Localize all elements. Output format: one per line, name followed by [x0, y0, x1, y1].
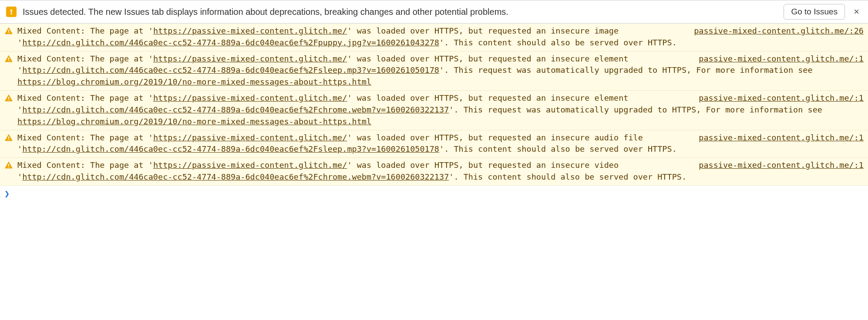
warning-inline-link[interactable]: http://cdn.glitch.com/446ca0ec-cc52-4774…	[22, 144, 439, 153]
warning-message: passive-mixed-content.glitch.me/:1Mixed …	[17, 132, 864, 156]
warning-text: '. This request was automatically upgrad…	[449, 105, 822, 114]
warning-inline-link[interactable]: http://cdn.glitch.com/446ca0ec-cc52-4774…	[22, 65, 439, 75]
warning-text: '. This content should also be served ov…	[439, 38, 677, 47]
console-warning-row: passive-mixed-content.glitch.me/:1Mixed …	[0, 51, 868, 91]
issues-warning-icon	[6, 7, 17, 17]
svg-rect-0	[10, 10, 12, 13]
warning-inline-link[interactable]: http://cdn.glitch.com/446ca0ec-cc52-4774…	[22, 105, 449, 114]
warning-triangle-icon	[4, 54, 13, 63]
warning-inline-link[interactable]: https://passive-mixed-content.glitch.me/	[153, 93, 347, 102]
console-warning-row: passive-mixed-content.glitch.me/:1Mixed …	[0, 158, 868, 186]
console-warnings-list: passive-mixed-content.glitch.me/:26Mixed…	[0, 24, 868, 186]
warning-inline-link[interactable]: https://passive-mixed-content.glitch.me/	[153, 54, 347, 63]
warning-body: passive-mixed-content.glitch.me/:1Mixed …	[17, 92, 864, 127]
warning-inline-link[interactable]: https://passive-mixed-content.glitch.me/	[153, 160, 347, 170]
console-panel: Issues detected. The new Issues tab disp…	[0, 0, 868, 201]
warning-body: passive-mixed-content.glitch.me/:26Mixed…	[17, 25, 864, 49]
svg-rect-4	[8, 58, 9, 60]
warning-inline-link[interactable]: https://blog.chromium.org/2019/10/no-mor…	[17, 117, 371, 126]
warning-inline-link[interactable]: https://blog.chromium.org/2019/10/no-mor…	[17, 77, 371, 86]
warning-body: passive-mixed-content.glitch.me/:1Mixed …	[17, 53, 864, 88]
warning-message: passive-mixed-content.glitch.me/:1Mixed …	[17, 92, 864, 127]
warning-source-link[interactable]: passive-mixed-content.glitch.me/:1	[699, 160, 864, 171]
warning-source-link[interactable]: passive-mixed-content.glitch.me/:1	[699, 53, 864, 65]
issues-banner-text: Issues detected. The new Issues tab disp…	[23, 7, 777, 17]
warning-source-link[interactable]: passive-mixed-content.glitch.me/:26	[694, 25, 864, 37]
warning-body: passive-mixed-content.glitch.me/:1Mixed …	[17, 160, 864, 183]
warning-triangle-icon	[4, 161, 13, 170]
console-warning-row: passive-mixed-content.glitch.me/:1Mixed …	[0, 130, 868, 158]
issues-banner: Issues detected. The new Issues tab disp…	[0, 0, 868, 24]
warning-triangle-icon	[4, 133, 13, 142]
warning-text: '. This content should also be served ov…	[449, 172, 686, 181]
svg-rect-3	[8, 32, 9, 33]
warning-text: Mixed Content: The page at '	[17, 26, 153, 35]
console-prompt[interactable]: ❯	[0, 186, 868, 201]
svg-rect-6	[8, 97, 9, 99]
close-icon[interactable]: ×	[851, 6, 862, 17]
svg-rect-1	[10, 13, 12, 14]
warning-source-link[interactable]: passive-mixed-content.glitch.me/:1	[699, 132, 864, 144]
warning-text: Mixed Content: The page at '	[17, 54, 153, 63]
warning-message: passive-mixed-content.glitch.me/:1Mixed …	[17, 53, 864, 88]
svg-rect-11	[8, 167, 9, 167]
svg-rect-9	[8, 139, 9, 140]
warning-text: Mixed Content: The page at '	[17, 160, 153, 170]
warning-inline-link[interactable]: https://passive-mixed-content.glitch.me/	[153, 26, 347, 35]
warning-text: '. This request was automatically upgrad…	[439, 65, 813, 75]
warning-message: passive-mixed-content.glitch.me/:26Mixed…	[17, 25, 864, 49]
console-warning-row: passive-mixed-content.glitch.me/:26Mixed…	[0, 24, 868, 51]
go-to-issues-button[interactable]: Go to Issues	[784, 4, 845, 20]
svg-rect-10	[8, 164, 9, 166]
warning-source-link[interactable]: passive-mixed-content.glitch.me/:1	[699, 92, 864, 104]
svg-rect-8	[8, 136, 9, 139]
svg-rect-2	[8, 30, 9, 32]
console-warning-row: passive-mixed-content.glitch.me/:1Mixed …	[0, 91, 868, 130]
warning-inline-link[interactable]: https://passive-mixed-content.glitch.me/	[153, 133, 347, 142]
prompt-chevron-icon: ❯	[4, 188, 10, 199]
warning-inline-link[interactable]: http://cdn.glitch.com/446ca0ec-cc52-4774…	[22, 38, 439, 47]
warning-inline-link[interactable]: http://cdn.glitch.com/446ca0ec-cc52-4774…	[22, 172, 449, 181]
svg-rect-7	[8, 99, 9, 100]
warning-triangle-icon	[4, 27, 13, 35]
warning-text: Mixed Content: The page at '	[17, 133, 153, 142]
warning-text: '. This content should also be served ov…	[439, 144, 677, 153]
svg-rect-5	[8, 60, 9, 61]
warning-body: passive-mixed-content.glitch.me/:1Mixed …	[17, 132, 864, 156]
warning-text: Mixed Content: The page at '	[17, 93, 153, 102]
warning-triangle-icon	[4, 94, 13, 102]
warning-message: passive-mixed-content.glitch.me/:1Mixed …	[17, 160, 864, 183]
